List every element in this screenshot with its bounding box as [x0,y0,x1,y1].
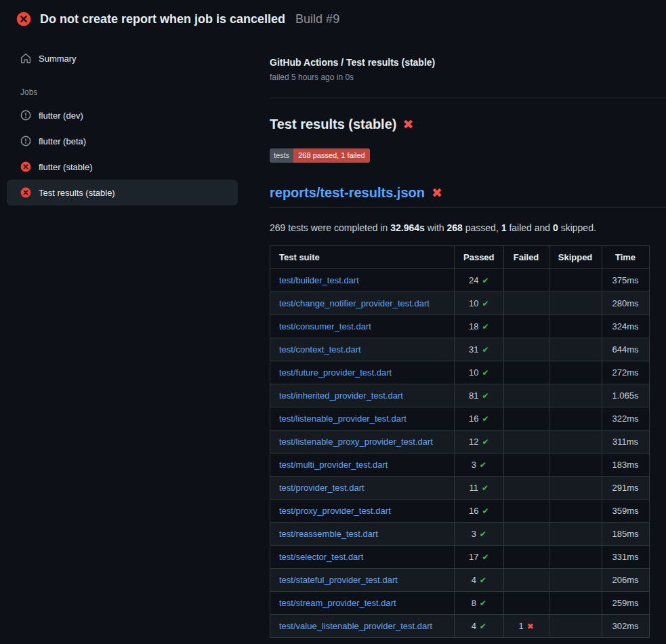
time-cell: 259ms [602,592,649,615]
count: 4 [472,621,476,631]
suite-link[interactable]: test/provider_test.dart [279,483,365,493]
time-cell: 206ms [602,569,649,592]
suite-link[interactable]: test/stateful_provider_test.dart [279,575,398,585]
summary-duration: 32.964s [390,222,425,233]
count: 17 [469,552,478,562]
suite-link[interactable]: test/inherited_provider_test.dart [279,390,403,401]
fail-status-icon [20,161,31,172]
failed-cell [503,407,549,430]
suite-link[interactable]: test/change_notifier_provider_test.dart [279,298,430,308]
table-row: test/stateful_provider_test.dart4✔206ms [270,569,650,592]
check-icon: ✔ [482,368,488,378]
check-icon: ✔ [480,529,486,539]
count: 10 [469,367,478,378]
skipped-cell [549,500,602,523]
table-row: test/builder_test.dart24✔375ms [270,269,650,292]
check-icon: ✔ [482,299,488,308]
suite-cell: test/selector_test.dart [270,546,455,569]
skipped-cell [549,292,602,315]
suite-link[interactable]: test/consumer_test.dart [279,321,371,331]
summary-skipped: 0 [553,222,558,233]
suite-cell: test/future_provider_test.dart [270,361,455,384]
report-heading: reports/test-results.json ✖ [270,185,666,208]
skipped-cell [549,407,602,430]
time-cell: 183ms [602,454,649,477]
failed-cell [503,500,549,523]
check-icon: ✔ [482,391,488,401]
run-status-line: failed 5 hours ago in 0s [270,73,666,82]
suite-link[interactable]: test/context_test.dart [279,344,361,355]
time-cell: 291ms [602,477,649,500]
skipped-cell [549,569,602,592]
count: 4 [472,575,476,585]
suite-link[interactable]: test/stream_provider_test.dart [279,598,396,608]
suite-link[interactable]: test/listenable_proxy_provider_test.dart [279,437,433,447]
count: 81 [469,390,478,401]
table-row: test/inherited_provider_test.dart81✔1.06… [270,384,650,407]
check-icon: ✔ [482,345,488,355]
report-link[interactable]: reports/test-results.json [270,185,425,201]
suite-cell: test/value_listenable_provider_test.dart [270,615,455,638]
sidebar-item-summary[interactable]: Summary [7,45,238,71]
sidebar-item-flutter-dev[interactable]: flutter (dev) [7,102,238,128]
results-table-body: test/builder_test.dart24✔375mstest/chang… [270,269,650,638]
table-row: test/provider_test.dart11✔291ms [270,477,650,500]
table-row: test/listenable_proxy_provider_test.dart… [270,430,650,454]
suite-link[interactable]: test/multi_provider_test.dart [279,460,388,470]
suite-link[interactable]: test/value_listenable_provider_test.dart [279,621,432,631]
sidebar: Summary Jobs flutter (dev) flut [0,36,270,205]
column-header-passed: Passed [455,246,504,269]
home-icon [20,53,31,64]
sidebar-item-label: Summary [39,54,77,64]
table-row: test/selector_test.dart17✔331ms [270,546,650,569]
passed-cell: 4✔ [455,615,504,638]
check-icon: ✔ [480,460,486,470]
passed-cell: 8✔ [455,592,504,615]
skipped-cell [549,523,602,546]
check-icon: ✔ [482,552,488,562]
check-icon: ✔ [482,506,488,516]
suite-link[interactable]: test/selector_test.dart [279,552,363,562]
passed-cell: 3✔ [455,523,504,546]
fail-x-icon: ✖ [432,186,442,199]
suite-cell: test/change_notifier_provider_test.dart [270,292,455,315]
suite-link[interactable]: test/listenable_provider_test.dart [279,414,407,424]
time-cell: 1.065s [602,384,649,407]
sidebar-item-label: flutter (dev) [39,110,83,121]
time-cell: 359ms [602,500,649,523]
count: 18 [469,321,478,331]
column-header-skipped: Skipped [549,246,602,269]
suite-cell: test/multi_provider_test.dart [270,454,455,477]
passed-cell: 16✔ [455,407,504,430]
sidebar-item-test-results-stable[interactable]: Test results (stable) [7,180,238,205]
passed-cell: 18✔ [455,315,504,338]
suite-link[interactable]: test/future_provider_test.dart [279,367,392,378]
check-icon: ✔ [482,276,488,285]
summary-text: passed, [463,222,501,233]
summary-text: skipped. [558,222,596,233]
column-header-test-suite: Test suite [270,246,455,269]
time-cell: 280ms [602,292,649,315]
suite-link[interactable]: test/reassemble_test.dart [279,529,378,539]
suite-link[interactable]: test/builder_test.dart [279,275,359,285]
sidebar-item-flutter-stable[interactable]: flutter (stable) [7,154,238,180]
column-header-time: Time [602,246,649,269]
suite-cell: test/proxy_provider_test.dart [270,500,455,523]
run-header: Do not create report when job is cancell… [0,0,666,36]
sidebar-item-flutter-beta[interactable]: flutter (beta) [7,128,238,154]
table-row: test/future_provider_test.dart10✔272ms [270,361,650,384]
failed-cell [503,315,549,338]
fail-x-icon: ✖ [402,118,413,131]
run-title: Do not create report when job is cancell… [40,12,285,26]
count: 3 [472,529,476,539]
badge-label: tests [270,148,293,163]
count: 3 [472,460,476,470]
failed-cell [503,292,549,315]
suite-cell: test/listenable_provider_test.dart [270,407,455,430]
failed-cell [503,546,549,569]
check-icon: ✔ [482,437,488,447]
count: 16 [469,506,478,516]
tests-badge: tests 268 passed, 1 failed [270,148,370,163]
time-cell: 644ms [602,338,649,361]
suite-link[interactable]: test/proxy_provider_test.dart [279,506,391,516]
